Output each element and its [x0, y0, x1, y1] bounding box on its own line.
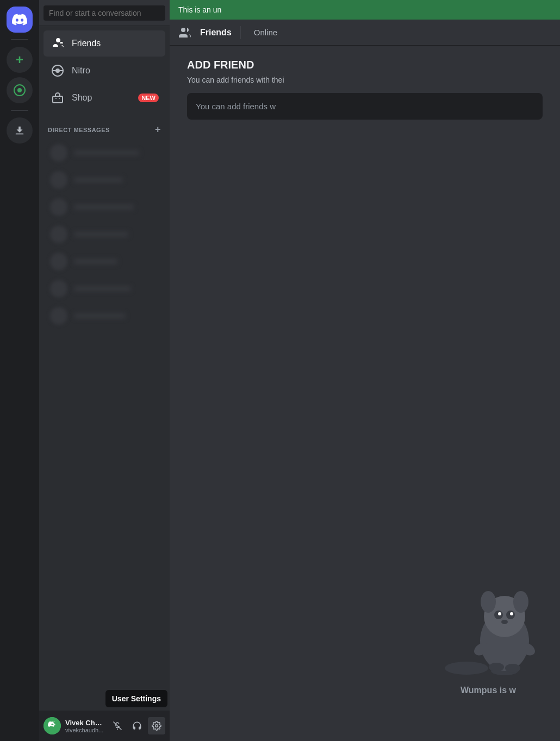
header-divider: [240, 26, 241, 39]
shop-icon: [51, 91, 64, 104]
friends-nav-icon: [50, 36, 65, 51]
dm-text-block: [74, 177, 159, 183]
dm-name-bar: [74, 204, 134, 210]
dm-item[interactable]: [43, 276, 165, 302]
dm-item[interactable]: [43, 221, 165, 247]
user-actions: [109, 717, 165, 734]
svg-point-24: [501, 620, 508, 624]
svg-rect-6: [53, 96, 63, 103]
svg-rect-2: [16, 134, 24, 135]
sidebar-top-bar: [39, 0, 170, 26]
user-bar: Vivek Cha... vivekchaudh...: [39, 711, 170, 741]
dm-name-bar: [74, 313, 126, 319]
nav-label-nitro: Nitro: [72, 66, 90, 76]
icon-rail: +: [0, 0, 39, 741]
dm-text-block: [74, 204, 159, 210]
dm-item[interactable]: [43, 248, 165, 275]
add-friend-input-box[interactable]: You can add friends w: [187, 93, 543, 120]
svg-point-12: [155, 725, 158, 727]
dm-item[interactable]: [43, 303, 165, 329]
user-name: Vivek Cha...: [65, 719, 104, 727]
svg-point-19: [513, 591, 528, 613]
dm-text-block: [74, 313, 159, 319]
dm-avatar: [50, 226, 67, 243]
user-settings-tooltip: User Settings: [105, 690, 167, 707]
dm-section-label: DIRECT MESSAGES: [48, 127, 110, 133]
shop-nav-icon: [50, 90, 65, 105]
dm-text-block: [74, 259, 159, 264]
svg-point-22: [498, 612, 501, 615]
svg-point-27: [489, 663, 504, 671]
main-content: This is an un Friends Online ADD FRIEND …: [170, 0, 560, 741]
rail-separator-1: [11, 39, 28, 40]
svg-point-7: [55, 98, 57, 99]
download-button[interactable]: [7, 117, 33, 144]
dm-list: [39, 138, 170, 711]
add-friend-title: ADD FRIEND: [187, 59, 543, 71]
dm-section-header: DIRECT MESSAGES +: [39, 115, 170, 138]
svg-point-23: [510, 612, 513, 615]
announcement-text: This is an un: [178, 5, 221, 14]
announcement-bar: This is an un: [170, 0, 560, 20]
dm-text-block: [74, 150, 159, 155]
sidebar-nav: Friends Nitro Sho: [39, 26, 170, 115]
dm-item[interactable]: [43, 194, 165, 220]
dm-name-bar: [74, 232, 128, 237]
dm-item[interactable]: [43, 167, 165, 193]
settings-button[interactable]: [148, 717, 165, 734]
nav-item-shop[interactable]: Shop NEW: [43, 85, 165, 111]
dm-name-bar: [74, 286, 131, 291]
dm-text-block: [74, 232, 159, 237]
nav-label-shop: Shop: [72, 93, 92, 103]
friends-header-title: Friends: [200, 28, 232, 38]
dm-name-bar: [74, 177, 123, 183]
dm-avatar: [50, 171, 67, 189]
add-server-icon: +: [16, 52, 23, 67]
svg-point-28: [505, 664, 520, 672]
add-friend-desc: You can add friends with thei: [187, 76, 543, 84]
nitro-icon: [51, 64, 64, 77]
download-icon: [14, 124, 26, 136]
sidebar: Friends Nitro Sho: [39, 0, 170, 741]
header-tab-online[interactable]: Online: [250, 26, 282, 39]
nav-label-friends: Friends: [72, 39, 101, 48]
svg-point-18: [481, 591, 496, 613]
mute-button[interactable]: [109, 717, 126, 734]
nav-item-friends[interactable]: Friends: [43, 30, 165, 57]
avatar-icon: [43, 717, 61, 734]
mute-icon: [113, 721, 122, 731]
friends-icon: [51, 37, 64, 50]
dm-avatar: [50, 144, 67, 161]
discord-icon: [12, 12, 27, 27]
discover-icon: [13, 84, 26, 97]
dm-name-bar: [74, 259, 117, 264]
rail-separator-2: [11, 110, 28, 111]
dm-name-bar: [74, 150, 139, 155]
svg-point-8: [59, 98, 60, 99]
dm-avatar: [50, 198, 67, 216]
empty-state: Wumpus is w: [187, 120, 543, 728]
user-info: Vivek Cha... vivekchaudh...: [65, 719, 104, 733]
dm-text-block: [74, 286, 159, 291]
wumpus-area: Wumpus is w: [434, 581, 543, 695]
svg-point-13: [181, 28, 185, 32]
user-tag: vivekchaudh...: [65, 727, 104, 733]
search-input[interactable]: [43, 5, 165, 21]
dm-avatar: [50, 280, 67, 297]
nitro-nav-icon: [50, 63, 65, 78]
user-avatar: [43, 717, 61, 734]
dm-item[interactable]: [43, 140, 165, 166]
headset-button[interactable]: [128, 717, 146, 734]
nav-item-nitro[interactable]: Nitro: [43, 58, 165, 84]
discord-logo-button[interactable]: [7, 7, 33, 33]
wumpus-illustration: [434, 581, 543, 679]
friends-header: Friends Online: [170, 20, 560, 46]
add-server-button[interactable]: +: [7, 47, 33, 73]
shop-new-badge: NEW: [138, 94, 159, 102]
headset-icon: [132, 721, 142, 731]
dm-avatar: [50, 253, 67, 270]
discover-button[interactable]: [7, 77, 33, 103]
dm-add-button[interactable]: +: [155, 124, 161, 135]
svg-point-1: [17, 88, 22, 92]
svg-point-14: [445, 662, 488, 675]
